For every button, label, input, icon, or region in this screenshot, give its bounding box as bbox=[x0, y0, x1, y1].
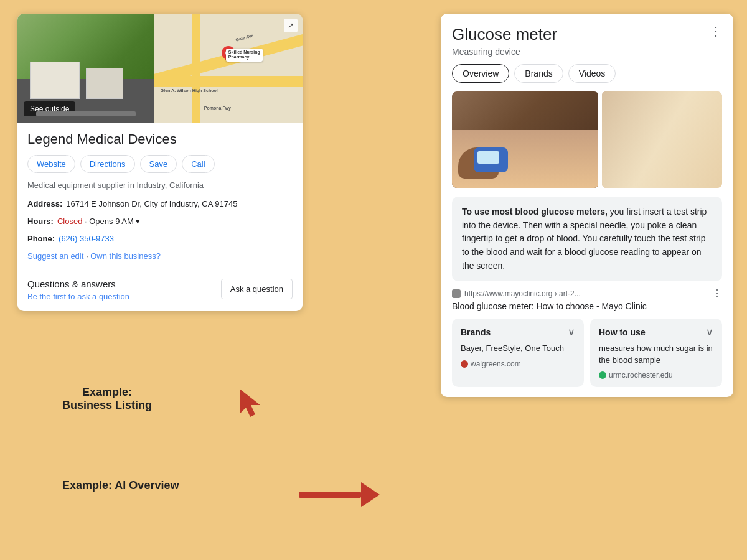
example1-line1: Example: bbox=[62, 386, 152, 399]
road-label-glen: Glen A. Wilson High School bbox=[161, 88, 218, 93]
qa-section: Questions & answers Be the first to ask … bbox=[27, 279, 293, 301]
address-value: 16714 E Johnson Dr, City of Industry, CA… bbox=[66, 198, 237, 210]
map-road-horizontal bbox=[154, 76, 303, 87]
source-favicon-icon bbox=[452, 289, 461, 298]
divider bbox=[27, 271, 293, 271]
qa-subtitle: Be the first to ask a question bbox=[27, 292, 129, 301]
description-bold: To use most blood glucose meters, bbox=[462, 207, 608, 217]
image-glucose-meter bbox=[452, 91, 598, 188]
ai-overview-card: Glucose meter ⋮ Measuring device Overvie… bbox=[441, 14, 733, 397]
source-url: https://www.mayoclinic.org › art-2... bbox=[464, 289, 581, 298]
image-strip bbox=[452, 91, 722, 188]
expand-icon[interactable]: ↗ bbox=[284, 19, 298, 32]
how-to-use-card-content: measures how much sugar is in the blood … bbox=[599, 343, 713, 365]
urmc-favicon-icon bbox=[599, 371, 606, 379]
example-label-business: Example: Business Listing bbox=[62, 386, 152, 412]
example1-line2: Business Listing bbox=[62, 399, 152, 412]
how-to-use-source-text: urmc.rochester.edu bbox=[609, 371, 673, 380]
image-finger-prick bbox=[602, 91, 722, 188]
ai-card-header: Glucose meter ⋮ bbox=[452, 25, 722, 44]
map-photo-container: See outside Gale Ave Glen A. Wilson High… bbox=[17, 14, 303, 123]
address-label: Address: bbox=[27, 198, 62, 210]
how-to-use-card: How to use ∨ measures how much sugar is … bbox=[590, 319, 722, 386]
address-row: Address: 16714 E Johnson Dr, City of Ind… bbox=[27, 198, 293, 210]
brands-chevron-icon[interactable]: ∨ bbox=[568, 326, 575, 338]
how-to-use-chevron-icon[interactable]: ∨ bbox=[706, 326, 713, 338]
device-screen bbox=[477, 151, 499, 164]
arrow-ai-overview bbox=[299, 482, 380, 507]
see-outside-button[interactable]: See outside bbox=[24, 101, 75, 116]
example2-text: Example: AI Overview bbox=[62, 479, 179, 492]
website-button[interactable]: Website bbox=[27, 155, 75, 173]
qa-content: Questions & answers Be the first to ask … bbox=[27, 279, 129, 301]
directions-button[interactable]: Directions bbox=[80, 155, 135, 173]
ai-card-subtitle: Measuring device bbox=[452, 47, 722, 57]
ask-question-button[interactable]: Ask a question bbox=[221, 279, 293, 299]
source-left: https://www.mayoclinic.org › art-2... bbox=[452, 289, 581, 298]
source-more-icon[interactable]: ⋮ bbox=[712, 289, 722, 299]
ai-card-title: Glucose meter bbox=[452, 25, 557, 44]
cursor-arrow-business bbox=[237, 386, 268, 422]
tab-brands[interactable]: Brands bbox=[514, 64, 563, 83]
road-label-gale: Gale Ave bbox=[235, 33, 253, 42]
tab-overview[interactable]: Overview bbox=[452, 64, 509, 83]
hours-row: Hours: Closed · Opens 9 AM ▾ bbox=[27, 216, 293, 227]
call-button[interactable]: Call bbox=[182, 155, 214, 173]
img-right-inner bbox=[602, 91, 722, 188]
suggest-edit-link[interactable]: Suggest an edit bbox=[27, 251, 83, 261]
business-name: Legend Medical Devices bbox=[27, 131, 293, 147]
qa-title: Questions & answers bbox=[27, 279, 129, 289]
brands-source-text: walgreens.com bbox=[471, 360, 521, 368]
street-view-photo: See outside bbox=[17, 14, 154, 123]
hours-arrow-icon[interactable]: ▾ bbox=[136, 217, 140, 226]
ai-description-box: To use most blood glucose meters, you fi… bbox=[452, 197, 722, 281]
tab-row: Overview Brands Videos bbox=[452, 64, 722, 83]
card-body: Legend Medical Devices Website Direction… bbox=[17, 123, 303, 311]
map-road-vertical bbox=[192, 14, 200, 123]
how-to-use-card-source: urmc.rochester.edu bbox=[599, 371, 713, 380]
tab-videos[interactable]: Videos bbox=[568, 64, 616, 83]
device-shape bbox=[474, 147, 508, 172]
save-button[interactable]: Save bbox=[140, 155, 177, 173]
more-options-icon[interactable]: ⋮ bbox=[710, 25, 722, 37]
road-label-pomona: Pomona Fwy bbox=[204, 106, 231, 110]
arrow-head bbox=[361, 482, 380, 507]
brands-card-content: Bayer, FreeStyle, One Touch bbox=[461, 343, 575, 354]
hours-closed: Closed bbox=[57, 217, 82, 226]
phone-link[interactable]: (626) 350-9733 bbox=[59, 233, 114, 245]
bottom-cards: Brands ∨ Bayer, FreeStyle, One Touch wal… bbox=[452, 319, 722, 386]
example-label-ai: Example: AI Overview bbox=[62, 479, 179, 492]
hours-value: Closed · Opens 9 AM ▾ bbox=[57, 216, 141, 227]
arrow-body bbox=[299, 492, 361, 498]
map-view: Gale Ave Glen A. Wilson High School Pomo… bbox=[154, 14, 303, 123]
how-to-use-card-header: How to use ∨ bbox=[599, 326, 713, 338]
hours-label: Hours: bbox=[27, 216, 54, 227]
walgreens-favicon-icon bbox=[461, 360, 468, 368]
hours-open: Opens 9 AM bbox=[89, 217, 134, 226]
source-row: https://www.mayoclinic.org › art-2... ⋮ bbox=[452, 289, 722, 299]
own-business-link[interactable]: Own this business? bbox=[90, 251, 161, 261]
brands-card: Brands ∨ Bayer, FreeStyle, One Touch wal… bbox=[452, 319, 584, 386]
action-buttons: Website Directions Save Call bbox=[27, 155, 293, 173]
building-shape bbox=[30, 62, 80, 99]
phone-row: Phone: (626) 350-9733 bbox=[27, 233, 293, 245]
edit-links: Suggest an edit · Own this business? bbox=[27, 251, 293, 261]
business-listing-card: See outside Gale Ave Glen A. Wilson High… bbox=[17, 14, 303, 311]
svg-marker-0 bbox=[240, 389, 260, 417]
building-shape2 bbox=[86, 68, 123, 99]
map-label: Skilled NursingPharmacy bbox=[226, 49, 263, 62]
phone-label: Phone: bbox=[27, 233, 55, 245]
brands-card-title: Brands bbox=[461, 327, 491, 337]
how-to-use-card-title: How to use bbox=[599, 327, 646, 337]
business-category: Medical equipment supplier in Industry, … bbox=[27, 180, 293, 190]
brands-card-source: walgreens.com bbox=[461, 360, 575, 368]
source-link-title[interactable]: Blood glucose meter: How to choose - May… bbox=[452, 301, 722, 311]
brands-card-header: Brands ∨ bbox=[461, 326, 575, 338]
